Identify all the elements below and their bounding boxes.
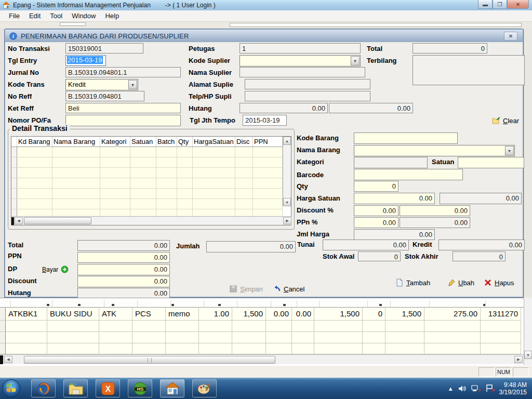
bg-table-empty-row[interactable] (0, 321, 521, 332)
harga-satuan-field-2[interactable]: 0.00 (440, 193, 522, 204)
detail-grid-cell[interactable] (235, 147, 253, 157)
bg-table-cell[interactable] (199, 343, 232, 354)
bg-table-cell[interactable] (0, 332, 6, 343)
tambah-button[interactable]: Tambah (395, 278, 430, 287)
detail-grid-cell[interactable] (17, 178, 52, 188)
taskbar-epang-app[interactable] (160, 379, 184, 397)
hutang-field-2[interactable]: 0.00 (329, 103, 413, 113)
bg-table-cell[interactable] (232, 332, 266, 343)
ppn-amount-field[interactable]: 0.00 (400, 217, 470, 228)
chevron-down-icon[interactable]: ▼ (351, 56, 360, 65)
detail-grid-cell[interactable] (193, 147, 235, 157)
hscroll-thumb[interactable] (24, 217, 91, 224)
jml-harga-field[interactable]: 0.00 (354, 229, 435, 240)
bg-table-cell[interactable] (47, 332, 99, 343)
menu-window[interactable]: Window (67, 11, 100, 21)
dialog-close-icon[interactable]: ✕ (504, 32, 517, 41)
menu-edit[interactable]: Edit (24, 11, 45, 21)
scroll-left-icon[interactable]: ◀ (4, 356, 12, 363)
detail-grid-cell[interactable] (17, 147, 52, 157)
bg-table-cell[interactable] (385, 321, 424, 332)
bg-table-data-row[interactable]: ATKBK1BUKU SIDUATKPCSmemo1.001,5000.000.… (0, 308, 521, 321)
bg-table-cell[interactable] (314, 321, 363, 332)
detail-grid-cell[interactable] (193, 157, 235, 167)
volume-icon[interactable] (458, 385, 467, 392)
bg-table-cell[interactable] (314, 343, 363, 354)
cancel-button[interactable]: Cancel (273, 285, 304, 293)
detail-grid-cell[interactable] (130, 178, 156, 188)
detail-grid-cell[interactable] (100, 157, 130, 167)
kode-barang-field[interactable] (354, 132, 458, 144)
bg-table-cell[interactable] (424, 343, 481, 354)
scroll-down-icon[interactable]: ▼ (283, 198, 291, 206)
discount-amount-field[interactable]: 0.00 (400, 205, 470, 216)
bg-table-cell[interactable]: 1.00 (199, 308, 232, 321)
bg-table-cell[interactable] (6, 332, 47, 343)
detail-grid-cell[interactable] (100, 189, 130, 198)
detail-grid-cell[interactable] (156, 199, 177, 209)
jumlah-field[interactable]: 0.00 (206, 241, 296, 252)
start-button[interactable] (2, 379, 21, 398)
detail-grid-cell[interactable] (130, 199, 156, 209)
tgl-entry-field[interactable]: 2015-03-19 (65, 55, 106, 66)
bg-table-empty-row[interactable] (0, 332, 521, 343)
detail-grid-cell[interactable] (193, 189, 235, 198)
bg-table-cell[interactable] (292, 343, 314, 354)
detail-grid-cell[interactable] (52, 199, 100, 209)
detail-grid-cell[interactable] (156, 178, 177, 188)
network-icon[interactable]: ✕ (471, 384, 481, 392)
tunai-field[interactable]: 0.00 (323, 240, 409, 250)
detail-grid-cell[interactable] (52, 147, 100, 157)
detail-grid-cell[interactable] (17, 189, 52, 198)
bg-table-cell[interactable] (47, 321, 99, 332)
detail-grid-cell[interactable] (253, 147, 283, 157)
bg-table-cell[interactable] (132, 332, 166, 343)
bg-table-cell[interactable] (266, 321, 292, 332)
discount-field[interactable]: 0.00 (77, 276, 170, 287)
detail-grid-empty-row[interactable] (11, 147, 283, 157)
bg-table-cell[interactable] (99, 343, 132, 354)
bg-table-cell[interactable]: 0.00 (292, 308, 314, 321)
dialog-titlebar[interactable]: i PENERIMAAN BARANG DARI PRODUSEN/SUPLIE… (5, 30, 523, 42)
taskbar-heidisql[interactable]: HS (128, 379, 152, 397)
detail-grid-cell[interactable] (235, 189, 253, 198)
scroll-left-icon[interactable]: ◀ (15, 217, 23, 224)
detail-grid-cell[interactable] (52, 168, 100, 178)
kode-suplier-select[interactable]: ▼ (240, 55, 361, 66)
hutang-field[interactable]: 0.00 (240, 103, 328, 113)
detail-grid-cell[interactable] (193, 199, 235, 209)
bg-table-cell[interactable] (232, 321, 266, 332)
menu-file[interactable]: File (4, 11, 24, 21)
detail-grid-cell[interactable] (17, 168, 52, 178)
bg-table-cell[interactable] (99, 321, 132, 332)
tgl-jth-tempo-field[interactable]: 2015-03-19 (243, 115, 287, 126)
detail-grid-cell[interactable] (156, 157, 177, 167)
total-header-field[interactable]: 0 (413, 43, 487, 54)
bg-table-cell[interactable] (424, 321, 481, 332)
bg-table-vscrollbar[interactable]: ▼ (524, 298, 532, 365)
nomor-po-field[interactable] (65, 115, 181, 126)
detail-grid-empty-row[interactable] (11, 168, 283, 178)
ppn-field[interactable]: 0.00 (77, 252, 170, 263)
detail-grid-cell[interactable] (100, 168, 130, 178)
bg-table-cell[interactable]: memo (166, 308, 199, 321)
bg-table-cell[interactable] (266, 343, 292, 354)
kode-trans-select[interactable]: Kredit ▼ (65, 79, 138, 90)
bg-table-cell[interactable] (6, 321, 47, 332)
bg-table-cell[interactable] (481, 332, 521, 343)
no-reff-field[interactable]: B.150319.094801 (65, 91, 144, 101)
dp-field[interactable]: 0.00 (77, 264, 170, 275)
detail-grid-cell[interactable] (235, 168, 253, 178)
detail-grid-cell[interactable] (177, 199, 193, 209)
detail-grid-cell[interactable] (130, 147, 156, 157)
detail-grid-cell[interactable] (177, 189, 193, 198)
detail-grid-cell[interactable] (235, 178, 253, 188)
detail-grid-cell[interactable] (177, 147, 193, 157)
detail-grid-cell[interactable] (11, 199, 17, 209)
bg-table-cell[interactable] (99, 332, 132, 343)
close-button[interactable]: ✕ (507, 0, 529, 9)
detail-grid[interactable]: Kd BarangNama BarangKategoriSatuanBatchQ… (11, 136, 291, 225)
bg-table-cell[interactable] (481, 343, 521, 354)
detail-grid-cell[interactable] (177, 178, 193, 188)
detail-grid-cell[interactable] (156, 189, 177, 198)
